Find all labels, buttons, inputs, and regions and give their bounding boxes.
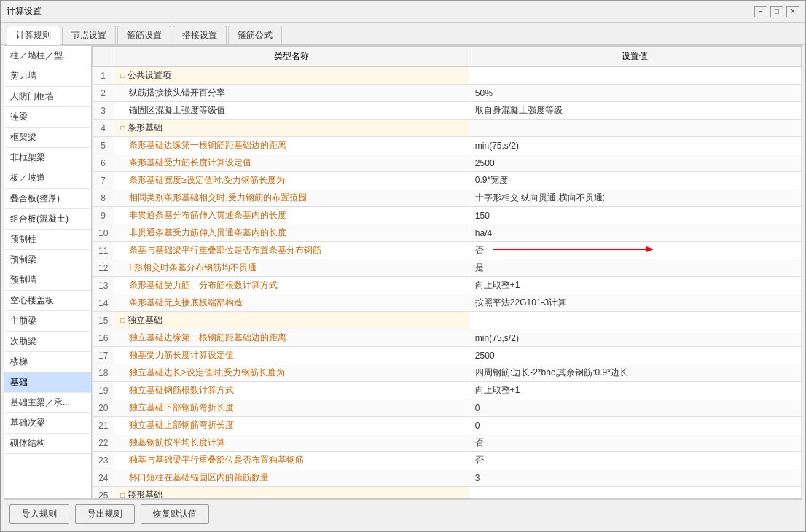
sidebar-item-stairs[interactable]: 楼梯: [4, 352, 91, 372]
row-name[interactable]: 杯口短柱在基础锚固区内的箍筋数量: [114, 469, 469, 487]
row-value[interactable]: 否: [469, 242, 801, 259]
settings-table: 类型名称 设置值 1 □公共设置项 2: [92, 46, 802, 498]
row-name[interactable]: 条形基础无支接底板端部构造: [114, 294, 469, 312]
expand-icon[interactable]: □: [120, 124, 125, 132]
tab-node-settings[interactable]: 节点设置: [62, 26, 116, 44]
row-value[interactable]: 否: [469, 452, 801, 469]
row-value: [469, 120, 801, 137]
row-name[interactable]: 独立基础边缘第一根钢筋距基础边的距离: [114, 329, 469, 347]
row-name[interactable]: 相同类别条形基础相交时,受力钢筋的布置范围: [114, 189, 469, 207]
row-name[interactable]: 条形基础受力筋、分布筋根数计算方式: [114, 277, 469, 294]
row-name[interactable]: 纵筋搭接接头错开百分率: [114, 85, 469, 102]
row-value[interactable]: 0: [469, 417, 801, 434]
col-setting-value: 设置值: [469, 47, 801, 67]
tab-stirrup-settings[interactable]: 箍筋设置: [117, 26, 171, 44]
row-value: [469, 67, 801, 85]
section-name[interactable]: □公共设置项: [114, 67, 469, 85]
sidebar-item-main-rib[interactable]: 主肋梁: [4, 311, 91, 332]
row-number: 23: [93, 452, 114, 469]
row-name[interactable]: 独立基础上部钢筋弯折长度: [114, 417, 469, 434]
tab-lap-settings[interactable]: 搭接设置: [173, 26, 227, 44]
row-value[interactable]: 向上取整+1: [469, 382, 801, 399]
row-number: 21: [93, 417, 114, 434]
sidebar-item-non-frame-beam[interactable]: 非框架梁: [4, 148, 91, 168]
section-name[interactable]: □筏形基础: [114, 487, 469, 499]
sidebar-item-shear-wall[interactable]: 剪力墙: [4, 66, 91, 87]
table-row: 23 独基与基础梁平行重叠部位是否布置独基钢筋 否: [93, 452, 802, 469]
tab-stirrup-formula[interactable]: 箍筋公式: [228, 26, 282, 44]
sidebar-item-connecting-beam[interactable]: 连梁: [4, 107, 91, 128]
row-name[interactable]: 非贯通条基分布筋伸入贯通条基内的长度: [114, 207, 469, 224]
tab-bar: 计算规则 节点设置 箍筋设置 搭接设置 箍筋公式: [1, 23, 805, 45]
row-value[interactable]: 按照平法22G101-3计算: [469, 294, 801, 312]
import-rules-button[interactable]: 导入规则: [9, 504, 69, 524]
sidebar-item-slab[interactable]: 板／坡道: [4, 168, 91, 189]
row-name[interactable]: 独基受力筋长度计算设定值: [114, 347, 469, 364]
sidebar-item-precast-wall[interactable]: 预制墙: [4, 270, 91, 291]
sidebar-item-civil-defense[interactable]: 人防门框墙: [4, 87, 91, 107]
sidebar-item-frame-beam[interactable]: 框架梁: [4, 128, 91, 148]
row-name[interactable]: 条形基础受力筋长度计算设定值: [114, 154, 469, 172]
row-name[interactable]: 条形基础边缘第一根钢筋距基础边的距离: [114, 137, 469, 154]
section-name[interactable]: □独立基础: [114, 312, 469, 329]
row-value[interactable]: min(75,s/2): [469, 137, 801, 154]
sidebar-item-precast-column[interactable]: 预制柱: [4, 230, 91, 250]
sidebar-item-composite-slab[interactable]: 叠合板(整厚): [4, 189, 91, 209]
row-value[interactable]: 0: [469, 399, 801, 417]
table-row: 21 独立基础上部钢筋弯折长度 0: [93, 417, 802, 434]
minimize-button[interactable]: −: [754, 6, 767, 17]
expand-icon[interactable]: □: [120, 491, 125, 498]
row-value[interactable]: ha/4: [469, 224, 801, 242]
sidebar-item-masonry[interactable]: 砌体结构: [4, 434, 91, 454]
sidebar-item-composite-slab2[interactable]: 组合板(混凝土): [4, 209, 91, 230]
close-button[interactable]: ×: [786, 6, 799, 17]
table-row: 11 条基与基础梁平行重叠部位是否布置条基分布钢筋 否: [93, 242, 802, 259]
row-value[interactable]: 十字形相交,纵向贯通,横向不贯通;: [469, 189, 801, 207]
row-name[interactable]: L形相交时条基分布钢筋均不贯通: [114, 259, 469, 277]
row-name[interactable]: 独立基础下部钢筋弯折长度: [114, 399, 469, 417]
row-name[interactable]: 独基钢筋按平均长度计算: [114, 434, 469, 452]
row-value[interactable]: 0.9*宽度: [469, 172, 801, 189]
row-name[interactable]: 条基与基础梁平行重叠部位是否布置条基分布钢筋: [114, 242, 469, 259]
row-value[interactable]: 3: [469, 469, 801, 487]
table-row: 18 独立基础边长≥设定值时,受力钢筋长度为 四周钢筋:边长-2*bhc,其余钢…: [93, 364, 802, 382]
table-row: 24 杯口短柱在基础锚固区内的箍筋数量 3: [93, 469, 802, 487]
table-row: 12 L形相交时条基分布钢筋均不贯通 是: [93, 259, 802, 277]
row-name[interactable]: 独立基础钢筋根数计算方式: [114, 382, 469, 399]
row-value[interactable]: 2500: [469, 347, 801, 364]
row-value[interactable]: 是: [469, 259, 801, 277]
row-value[interactable]: 50%: [469, 85, 801, 102]
row-name[interactable]: 锚固区混凝土强度等级值: [114, 102, 469, 120]
expand-icon[interactable]: □: [120, 316, 125, 324]
sidebar-item-sub-rib[interactable]: 次肋梁: [4, 332, 91, 352]
sidebar-item-column[interactable]: 柱／墙柱／型...: [4, 46, 91, 66]
sidebar-item-precast-beam[interactable]: 预制梁: [4, 250, 91, 270]
row-name[interactable]: 非贯通条基受力筋伸入贯通条基内的长度: [114, 224, 469, 242]
row-value[interactable]: 四周钢筋:边长-2*bhc,其余钢筋:0.9*边长: [469, 364, 801, 382]
row-value[interactable]: 向上取整+1: [469, 277, 801, 294]
row-name[interactable]: 条形基础宽度≥设定值时,受力钢筋长度为: [114, 172, 469, 189]
table-row: 15 □独立基础: [93, 312, 802, 329]
restore-defaults-button[interactable]: 恢复默认值: [141, 504, 209, 524]
expand-icon[interactable]: □: [120, 71, 125, 79]
red-arrow: [493, 245, 654, 256]
export-rules-button[interactable]: 导出规则: [75, 504, 135, 524]
row-number: 20: [93, 399, 114, 417]
table-row: 5 条形基础边缘第一根钢筋距基础边的距离 min(75,s/2): [93, 137, 802, 154]
tab-calc-rules[interactable]: 计算规则: [7, 26, 60, 45]
sidebar-item-foundation-sub-beam[interactable]: 基础次梁: [4, 413, 91, 434]
row-name[interactable]: 独基与基础梁平行重叠部位是否布置独基钢筋: [114, 452, 469, 469]
row-value[interactable]: 否: [469, 434, 801, 452]
row-value[interactable]: 取自身混凝土强度等级: [469, 102, 801, 120]
row-name[interactable]: 独立基础边长≥设定值时,受力钢筋长度为: [114, 364, 469, 382]
row-number: 16: [93, 329, 114, 347]
sidebar-item-hollow-floor[interactable]: 空心楼盖板: [4, 291, 91, 311]
sidebar-item-foundation[interactable]: 基础: [4, 372, 91, 393]
row-number: 5: [93, 137, 114, 154]
sidebar-item-foundation-main-beam[interactable]: 基础主梁／承...: [4, 393, 91, 413]
row-value[interactable]: min(75,s/2): [469, 329, 801, 347]
row-value[interactable]: 2500: [469, 154, 801, 172]
section-name[interactable]: □条形基础: [114, 120, 469, 137]
row-value[interactable]: 150: [469, 207, 801, 224]
maximize-button[interactable]: □: [770, 6, 783, 17]
